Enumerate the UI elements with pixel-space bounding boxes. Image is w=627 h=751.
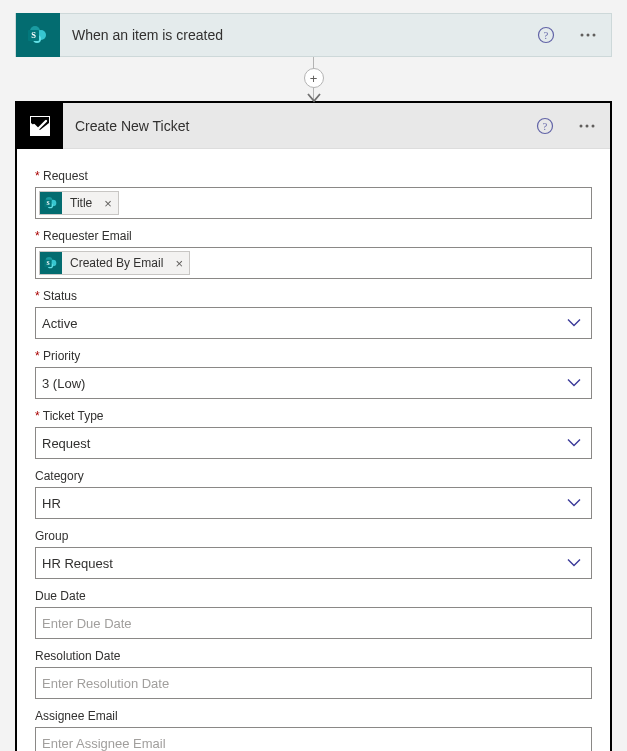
group-label: Group <box>35 529 592 543</box>
arrow-down-icon <box>307 90 321 105</box>
action-form: Request S Title <box>17 149 610 751</box>
svg-point-8 <box>587 34 590 37</box>
svg-point-13 <box>580 124 583 127</box>
resolution-date-input-wrap <box>35 667 592 699</box>
svg-point-14 <box>586 124 589 127</box>
field-ticket-type: Ticket Type Request <box>35 409 592 459</box>
svg-text:?: ? <box>543 120 548 131</box>
field-request: Request S Title <box>35 169 592 219</box>
field-due-date: Due Date <box>35 589 592 639</box>
ticket-type-label: Ticket Type <box>35 409 592 423</box>
help-icon[interactable]: ? <box>535 24 557 46</box>
chevron-down-icon <box>567 559 581 568</box>
category-label: Category <box>35 469 592 483</box>
action-title: Create New Ticket <box>75 118 522 134</box>
field-status: Status Active <box>35 289 592 339</box>
add-step-button[interactable]: + <box>304 68 324 88</box>
trigger-card[interactable]: S When an item is created ? <box>15 13 612 57</box>
token-created-by-email[interactable]: S Created By Email × <box>39 251 190 275</box>
token-label: Created By Email <box>70 256 163 270</box>
ticket-type-value: Request <box>42 436 90 451</box>
field-assignee-email: Assignee Email <box>35 709 592 751</box>
more-icon[interactable] <box>575 24 601 46</box>
resolution-date-input[interactable] <box>42 676 585 691</box>
svg-text:S: S <box>46 260 49 266</box>
svg-text:S: S <box>31 30 36 40</box>
field-group: Group HR Request <box>35 529 592 579</box>
priority-label: Priority <box>35 349 592 363</box>
chevron-down-icon <box>567 379 581 388</box>
svg-point-9 <box>593 34 596 37</box>
requester-email-label: Requester Email <box>35 229 592 243</box>
field-resolution-date: Resolution Date <box>35 649 592 699</box>
category-select[interactable]: HR <box>35 487 592 519</box>
token-remove-icon[interactable]: × <box>175 256 183 271</box>
group-select[interactable]: HR Request <box>35 547 592 579</box>
priority-select[interactable]: 3 (Low) <box>35 367 592 399</box>
request-label: Request <box>35 169 592 183</box>
chevron-down-icon <box>567 319 581 328</box>
resolution-date-label: Resolution Date <box>35 649 592 663</box>
svg-text:?: ? <box>544 30 549 41</box>
group-value: HR Request <box>42 556 113 571</box>
ticket-icon <box>17 103 63 149</box>
request-input[interactable]: S Title × <box>35 187 592 219</box>
chevron-down-icon <box>567 499 581 508</box>
connector: + <box>15 57 612 101</box>
svg-text:S: S <box>46 200 49 206</box>
flow-canvas: S When an item is created ? + <box>0 0 627 751</box>
assignee-email-label: Assignee Email <box>35 709 592 723</box>
token-label: Title <box>70 196 92 210</box>
action-card: Create New Ticket ? Request <box>15 101 612 751</box>
svg-point-7 <box>581 34 584 37</box>
token-title[interactable]: S Title × <box>39 191 119 215</box>
sharepoint-icon: S <box>16 13 60 57</box>
due-date-input-wrap <box>35 607 592 639</box>
action-header[interactable]: Create New Ticket ? <box>17 103 610 149</box>
requester-email-input[interactable]: S Created By Email × <box>35 247 592 279</box>
due-date-input[interactable] <box>42 616 585 631</box>
priority-value: 3 (Low) <box>42 376 85 391</box>
token-remove-icon[interactable]: × <box>104 196 112 211</box>
field-requester-email: Requester Email S Created By <box>35 229 592 279</box>
status-select[interactable]: Active <box>35 307 592 339</box>
more-icon[interactable] <box>574 115 600 137</box>
assignee-email-input[interactable] <box>42 736 585 751</box>
ticket-type-select[interactable]: Request <box>35 427 592 459</box>
chevron-down-icon <box>567 439 581 448</box>
status-value: Active <box>42 316 77 331</box>
assignee-email-input-wrap <box>35 727 592 751</box>
category-value: HR <box>42 496 61 511</box>
field-category: Category HR <box>35 469 592 519</box>
due-date-label: Due Date <box>35 589 592 603</box>
status-label: Status <box>35 289 592 303</box>
help-icon[interactable]: ? <box>534 115 556 137</box>
sharepoint-icon: S <box>40 192 62 214</box>
sharepoint-icon: S <box>40 252 62 274</box>
svg-point-15 <box>592 124 595 127</box>
trigger-title: When an item is created <box>72 27 523 43</box>
field-priority: Priority 3 (Low) <box>35 349 592 399</box>
